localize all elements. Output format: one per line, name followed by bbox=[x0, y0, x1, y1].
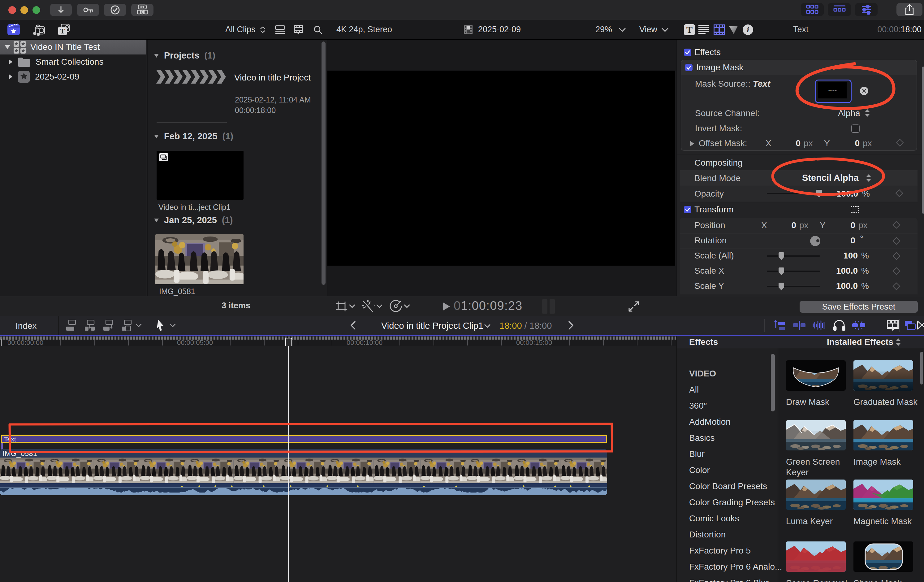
svg-text:T: T bbox=[60, 27, 65, 35]
